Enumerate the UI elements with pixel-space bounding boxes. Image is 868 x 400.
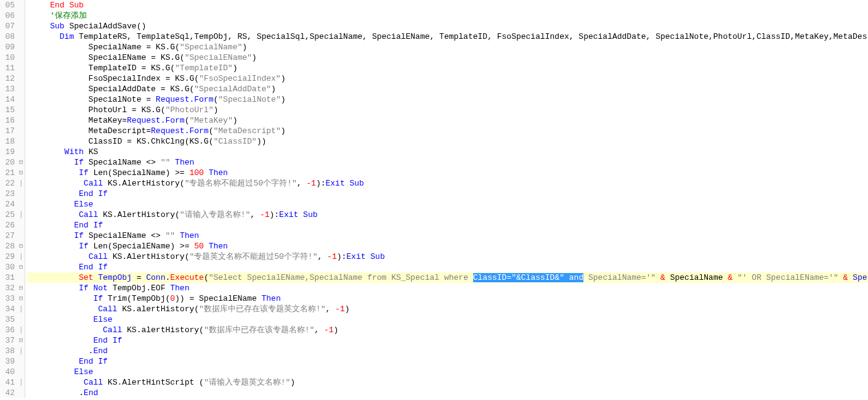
code-content[interactable]: Call KS.AlertHintScript ("请输入专题英文名称!") [27, 377, 295, 388]
code-line[interactable]: 29│ Call KS.AlertHistory("专题英文名称不能超过50个字… [0, 251, 868, 262]
code-line[interactable]: 39 End If [0, 356, 868, 367]
code-content[interactable]: Else [27, 367, 93, 377]
code-content[interactable]: End Sub [27, 0, 84, 10]
code-line[interactable]: 36│ Call KS.alertHistory("数据库中已存在该专题名称!"… [0, 325, 868, 335]
gutter: 41│ [0, 377, 25, 388]
code-line[interactable]: 27 If SpecialEName <> "" Then [0, 231, 868, 241]
code-line[interactable]: 42 .End [0, 388, 868, 398]
line-number: 35 [0, 314, 17, 325]
code-line[interactable]: 33⊟ If Trim(TempObj(0)) = SpecialEName T… [0, 293, 868, 304]
token: "专题名称不能超过50个字符!" [185, 179, 297, 188]
code-line[interactable]: 12 FsoSpecialIndex = KS.G("FsoSpecialInd… [0, 73, 868, 84]
code-line[interactable]: 34│ Call KS.alertHistory("数据库中已存在该专题英文名称… [0, 304, 868, 314]
code-content[interactable]: If Len(SpecialName) >= 100 Then [27, 168, 228, 178]
token: SpecialName [665, 273, 728, 282]
code-content[interactable]: Call KS.AlertHistory("专题英文名称不能超过50个字符!",… [27, 251, 385, 262]
code-line[interactable]: 23 End If [0, 189, 868, 199]
token: Call [98, 304, 117, 314]
code-line[interactable]: 17 MetaDescript=Request.Form("MetaDescri… [0, 126, 868, 136]
token [31, 336, 93, 345]
code-content[interactable]: If Not TempObj.EOF Then [27, 283, 189, 293]
code-content[interactable]: Call KS.AlertHistory("专题名称不能超过50个字符!", -… [27, 178, 364, 189]
code-content[interactable]: Sub SpecialAddSave() [27, 21, 146, 31]
code-line[interactable]: 07 Sub SpecialAddSave() [0, 21, 868, 31]
gutter: 12 [0, 73, 25, 84]
code-content[interactable]: If SpecialName <> "" Then [27, 157, 194, 168]
gutter: 34│ [0, 304, 25, 314]
code-content[interactable]: .End [27, 346, 108, 356]
fold-icon[interactable]: ⊟ [17, 283, 25, 293]
code-line[interactable]: 09 SpecialName = KS.G("SpecialName") [0, 42, 868, 52]
fold-icon[interactable]: ⊟ [17, 293, 25, 304]
token [31, 315, 93, 324]
code-content[interactable]: MetaKey=Request.Form("MetaKey") [27, 115, 238, 126]
code-content[interactable]: End If [27, 189, 108, 199]
code-content[interactable]: If Len(SpecialEName) >= 50 Then [27, 241, 228, 251]
fold-icon[interactable]: ⊟ [17, 241, 25, 251]
code-line[interactable]: 08 Dim TemplateRS, TemplateSql,TempObj, … [0, 31, 868, 42]
code-line[interactable]: 20⊟ If SpecialName <> "" Then [0, 157, 868, 168]
code-content[interactable]: '保存添加 [27, 10, 87, 21]
code-line[interactable]: 15 PhotoUrl = KS.G("PhotoUrl") [0, 105, 868, 115]
code-content[interactable]: TemplateID = KS.G("TemplateID") [27, 63, 237, 73]
code-content[interactable]: FsoSpecialIndex = KS.G("FsoSpecialIndex"… [27, 73, 285, 84]
code-content[interactable]: If SpecialEName <> "" Then [27, 231, 199, 241]
code-content[interactable]: SpecialEName = KS.G("SpecialEName") [27, 52, 257, 63]
code-line[interactable]: 11 TemplateID = KS.G("TemplateID") [0, 63, 868, 73]
code-line[interactable]: 41│ Call KS.AlertHintScript ("请输入专题英文名称!… [0, 377, 868, 388]
code-content[interactable]: If Trim(TempObj(0)) = SpecialEName Then [27, 293, 281, 304]
code-line[interactable]: 16 MetaKey=Request.Form("MetaKey") [0, 115, 868, 126]
code-content[interactable]: Call KS.alertHistory("数据库中已存在该专题英文名称!", … [27, 304, 350, 314]
code-line[interactable]: 32⊟ If Not TempObj.EOF Then [0, 283, 868, 293]
code-content[interactable]: .End [27, 388, 98, 398]
fold-icon[interactable]: ⊟ [17, 335, 25, 346]
fold-icon [17, 10, 25, 21]
code-line[interactable]: 06 '保存添加 [0, 10, 868, 21]
code-content[interactable]: Dim TemplateRS, TemplateSql,TempObj, RS,… [27, 31, 867, 42]
code-line[interactable]: 13 SpecialAddDate = KS.G("SpecialAddDate… [0, 84, 868, 94]
code-content[interactable]: MetaDescript=Request.Form("MetaDescript"… [27, 126, 286, 136]
code-line[interactable]: 38│ .End [0, 346, 868, 356]
code-content[interactable]: PhotoUrl = KS.G("PhotoUrl") [27, 105, 218, 115]
code-content[interactable]: End If [27, 335, 122, 346]
code-content[interactable]: With KS [27, 147, 98, 157]
code-content[interactable]: Call KS.alertHistory("数据库中已存在该专题名称!", -1… [27, 325, 338, 335]
code-line[interactable]: 35 Else [0, 314, 868, 325]
code-line[interactable]: 19 With KS [0, 147, 868, 157]
code-content[interactable]: ClassID = KS.ChkClng(KS.G("ClassID")) [27, 136, 266, 147]
line-number: 36 [0, 325, 17, 335]
code-content[interactable]: End If [27, 262, 108, 272]
code-line[interactable]: 10 SpecialEName = KS.G("SpecialEName") [0, 52, 868, 63]
token [175, 231, 180, 240]
token: "数据库中已存在该专题名称!" [204, 325, 314, 335]
code-content[interactable]: Else [27, 314, 113, 325]
code-content[interactable]: End If [27, 356, 108, 367]
code-content[interactable]: SpecialNote = Request.Form("SpecialNote"… [27, 94, 286, 105]
code-line[interactable]: 14 SpecialNote = Request.Form("SpecialNo… [0, 94, 868, 105]
code-editor[interactable]: 05 End Sub06 '保存添加07 Sub SpecialAddSave(… [0, 0, 868, 398]
code-line[interactable]: 31 Set TempObj = Conn.Execute("Select Sp… [0, 272, 868, 283]
code-content[interactable]: Call KS.AlertHistory("请输入专题名称!", -1):Exi… [27, 210, 318, 220]
code-content[interactable]: Set TempObj = Conn.Execute("Select Speci… [27, 272, 868, 283]
code-content[interactable]: SpecialAddDate = KS.G("SpecialAddDate") [27, 84, 276, 94]
token: . [31, 346, 93, 356]
fold-icon[interactable]: ⊟ [17, 262, 25, 272]
code-line[interactable]: 28⊟ If Len(SpecialEName) >= 50 Then [0, 241, 868, 251]
fold-icon[interactable]: ⊟ [17, 157, 25, 168]
code-line[interactable]: 40 Else [0, 367, 868, 377]
code-content[interactable]: Else [27, 199, 93, 210]
code-line[interactable]: 22│ Call KS.AlertHistory("专题名称不能超过50个字符!… [0, 178, 868, 189]
code-line[interactable]: 37⊟ End If [0, 335, 868, 346]
code-line[interactable]: 05 End Sub [0, 0, 868, 10]
code-line[interactable]: 25│ Call KS.AlertHistory("请输入专题名称!", -1)… [0, 210, 868, 220]
code-line[interactable]: 30⊟ End If [0, 262, 868, 272]
fold-icon [17, 126, 25, 136]
code-line[interactable]: 24 Else [0, 199, 868, 210]
code-line[interactable]: 21⊟ If Len(SpecialName) >= 100 Then [0, 168, 868, 178]
code-content[interactable]: End If [27, 220, 103, 231]
token: ClassID = KS.ChkClng(KS.G( [31, 137, 213, 146]
code-content[interactable]: SpecialName = KS.G("SpecialName") [27, 42, 247, 52]
fold-icon[interactable]: ⊟ [17, 168, 25, 178]
code-line[interactable]: 26 End If [0, 220, 868, 231]
code-line[interactable]: 18 ClassID = KS.ChkClng(KS.G("ClassID")) [0, 136, 868, 147]
